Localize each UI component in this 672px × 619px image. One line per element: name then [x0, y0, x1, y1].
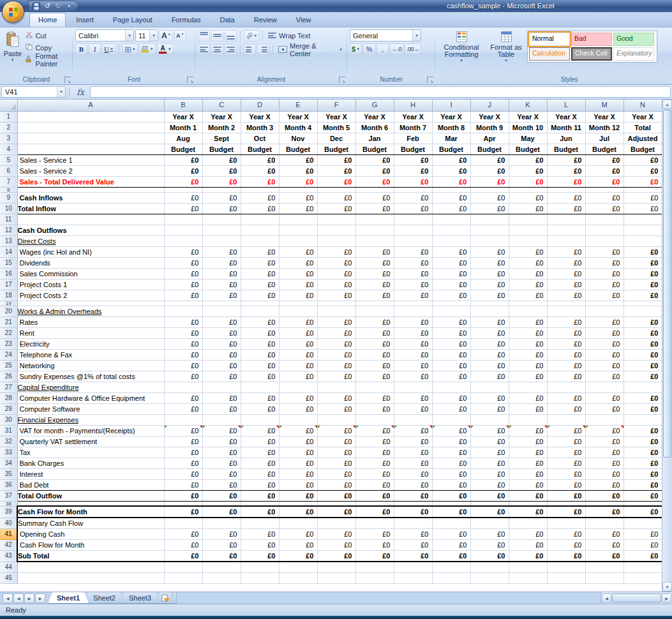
- cell-E19[interactable]: [279, 301, 317, 306]
- scroll-left-button[interactable]: ◀: [602, 593, 611, 602]
- align-top-button[interactable]: [198, 30, 210, 41]
- cell-I12[interactable]: [432, 225, 470, 235]
- cell-G12[interactable]: [355, 225, 394, 235]
- cell-M19[interactable]: [585, 301, 623, 306]
- cell-I26[interactable]: £0: [432, 371, 470, 382]
- cell-I21[interactable]: £0: [432, 317, 470, 327]
- cell-A24[interactable]: Telephone & Fax: [17, 349, 164, 360]
- alignment-dialog-launcher[interactable]: [339, 77, 345, 83]
- row-header-1[interactable]: 1: [0, 111, 17, 122]
- row-header-41[interactable]: 41: [0, 529, 17, 540]
- cell-B20[interactable]: [164, 306, 202, 317]
- cell-A16[interactable]: Sales Commission: [17, 268, 164, 279]
- cell-B1[interactable]: Year X: [164, 111, 202, 122]
- cell-A2[interactable]: [17, 122, 164, 133]
- cell-D20[interactable]: [241, 306, 279, 317]
- cell-A9[interactable]: Cash Inflows: [17, 192, 164, 203]
- cell-D5[interactable]: £0: [241, 154, 279, 165]
- align-bottom-button[interactable]: [225, 30, 237, 41]
- cell-L10[interactable]: £0: [547, 203, 585, 214]
- cell-E4[interactable]: Budget: [279, 144, 317, 154]
- cell-B44[interactable]: [164, 562, 202, 572]
- cell-C7[interactable]: £0: [202, 176, 241, 187]
- row-header-36[interactable]: 36: [0, 479, 17, 490]
- cell-B37[interactable]: £0: [164, 490, 202, 501]
- cell-K33[interactable]: £0: [509, 447, 547, 458]
- cell-M18[interactable]: £0: [585, 290, 623, 301]
- cell-G17[interactable]: £0: [355, 279, 394, 290]
- cell-K8[interactable]: [509, 187, 547, 192]
- cell-G33[interactable]: £0: [355, 447, 394, 458]
- cell-E33[interactable]: £0: [279, 447, 317, 458]
- row-header-8[interactable]: 8: [0, 187, 17, 192]
- cell-N1[interactable]: Year X: [623, 111, 662, 122]
- cell-K31[interactable]: £0: [509, 425, 547, 436]
- cell-A6[interactable]: Sales - Service 2: [17, 165, 164, 176]
- cell-K6[interactable]: £0: [509, 165, 547, 176]
- cell-H22[interactable]: £0: [394, 327, 432, 338]
- vertical-scroll-track[interactable]: [662, 458, 672, 582]
- cell-F22[interactable]: £0: [317, 327, 355, 338]
- cell-M44[interactable]: [585, 562, 623, 572]
- cell-B6[interactable]: £0: [164, 165, 202, 176]
- cell-L27[interactable]: [547, 382, 585, 392]
- cell-N45[interactable]: [623, 572, 662, 583]
- cell-E14[interactable]: £0: [279, 246, 317, 257]
- cell-N36[interactable]: £0: [623, 479, 662, 490]
- cell-L12[interactable]: [547, 225, 585, 235]
- cell-F11[interactable]: [317, 214, 355, 225]
- cell-D45[interactable]: [241, 572, 279, 583]
- cell-K40[interactable]: [509, 518, 547, 529]
- cell-B21[interactable]: £0: [164, 317, 202, 327]
- cell-H25[interactable]: £0: [394, 360, 432, 371]
- cell-E45[interactable]: [279, 572, 317, 583]
- row-header-16[interactable]: 16: [0, 268, 17, 279]
- cell-M36[interactable]: £0: [585, 479, 623, 490]
- cell-I45[interactable]: [432, 572, 470, 583]
- cell-A4[interactable]: [17, 144, 164, 154]
- cell-C3[interactable]: Sept: [202, 133, 241, 144]
- cell-H7[interactable]: £0: [394, 176, 432, 187]
- cell-I24[interactable]: £0: [432, 349, 470, 360]
- cell-I4[interactable]: Budget: [432, 144, 470, 154]
- cell-B11[interactable]: [164, 214, 202, 225]
- cell-D2[interactable]: Month 3: [241, 122, 279, 133]
- row-header-27[interactable]: 27: [0, 382, 17, 392]
- cell-E34[interactable]: £0: [279, 458, 317, 468]
- cell-M35[interactable]: £0: [585, 468, 623, 479]
- cell-C23[interactable]: £0: [202, 338, 241, 349]
- cell-E23[interactable]: £0: [279, 338, 317, 349]
- ribbon-tab-page-layout[interactable]: Page Layout: [104, 13, 161, 27]
- cell-N17[interactable]: £0: [623, 279, 662, 290]
- font-dialog-launcher[interactable]: [187, 77, 193, 83]
- cell-F18[interactable]: £0: [317, 290, 355, 301]
- cell-E29[interactable]: £0: [279, 403, 317, 414]
- cell-N30[interactable]: [623, 414, 662, 425]
- cell-D42[interactable]: £0: [241, 540, 279, 551]
- cell-J13[interactable]: [470, 235, 509, 246]
- cell-F28[interactable]: £0: [317, 392, 355, 403]
- cell-G29[interactable]: £0: [355, 403, 394, 414]
- cell-D44[interactable]: [241, 562, 279, 572]
- cell-B10[interactable]: £0: [164, 203, 202, 214]
- col-header-N[interactable]: N: [623, 100, 662, 111]
- cell-A22[interactable]: Rent: [17, 327, 164, 338]
- cell-J42[interactable]: £0: [470, 540, 509, 551]
- cell-D29[interactable]: £0: [241, 403, 279, 414]
- cell-G37[interactable]: £0: [355, 490, 394, 501]
- cell-D17[interactable]: £0: [241, 279, 279, 290]
- cell-H44[interactable]: [394, 562, 432, 572]
- cell-B12[interactable]: [164, 225, 202, 235]
- cell-K20[interactable]: [509, 306, 547, 317]
- cell-H33[interactable]: £0: [394, 447, 432, 458]
- cell-D11[interactable]: [241, 214, 279, 225]
- style-chip-bad[interactable]: Bad: [571, 33, 612, 46]
- cell-H27[interactable]: [394, 382, 432, 392]
- ribbon-tab-data[interactable]: Data: [211, 13, 243, 27]
- cell-L30[interactable]: [547, 414, 585, 425]
- cell-L21[interactable]: £0: [547, 317, 585, 327]
- cell-I25[interactable]: £0: [432, 360, 470, 371]
- cell-N29[interactable]: £0: [623, 403, 662, 414]
- cell-J33[interactable]: £0: [470, 447, 509, 458]
- cell-I15[interactable]: £0: [432, 257, 470, 268]
